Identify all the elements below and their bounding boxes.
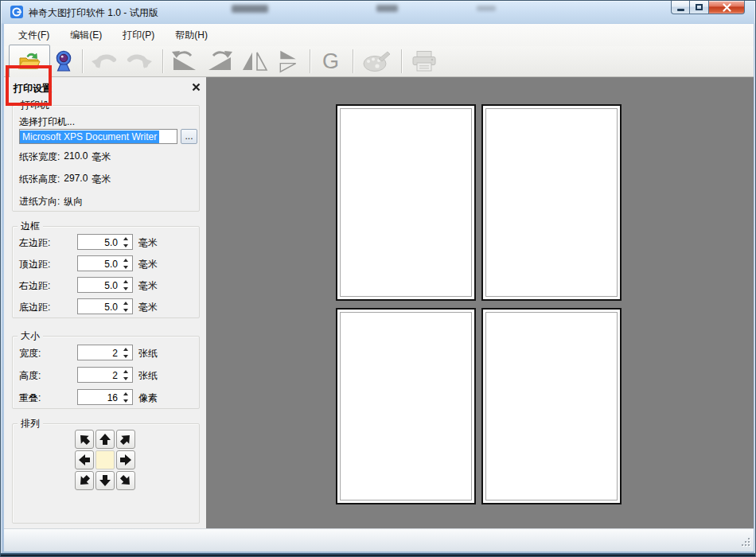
arrange-right-button[interactable] xyxy=(116,450,135,469)
redo-button[interactable] xyxy=(123,47,156,76)
spin-up-button[interactable] xyxy=(120,390,131,397)
print-button[interactable] xyxy=(407,47,442,76)
spin-down-button[interactable] xyxy=(120,306,131,314)
spin-down-button[interactable] xyxy=(120,375,131,382)
spin-down-button[interactable] xyxy=(120,263,131,271)
arrange-down-left-button[interactable] xyxy=(75,471,94,490)
arrow-up-icon xyxy=(99,433,111,446)
top-margin-input[interactable]: 5.0 xyxy=(77,255,133,271)
menu-help[interactable]: 帮助(H) xyxy=(167,25,216,45)
arrange-up-right-button[interactable] xyxy=(116,430,135,449)
folder-open-icon xyxy=(18,51,41,72)
spin-down-button[interactable] xyxy=(120,242,131,249)
browse-printer-button[interactable]: ... xyxy=(181,129,197,144)
arrange-up-button[interactable] xyxy=(95,430,115,449)
printer-icon xyxy=(410,50,438,72)
size-group: 大小 宽度: 2 张纸 高度: 2 xyxy=(12,336,200,409)
arrange-center-cell xyxy=(95,450,115,469)
paper-height-line: 纸张高度: 297.0 毫米 xyxy=(19,173,111,186)
arrange-down-button[interactable] xyxy=(95,471,115,490)
height-value: 2 xyxy=(112,370,118,381)
window-title: 神奇大图打印软件 1.0 - 试用版 xyxy=(29,6,158,20)
arrange-group-title: 排列 xyxy=(18,418,43,429)
height-row: 高度: 2 张纸 xyxy=(13,367,199,383)
watermark-smudge xyxy=(477,6,496,11)
spin-up-button[interactable] xyxy=(120,278,131,285)
main-area: 打印设置 打印机 选择打印机... Microsoft XPS Document… xyxy=(4,77,754,528)
paper-width-line: 纸张宽度: 210.0 毫米 xyxy=(19,150,111,164)
bottom-margin-input[interactable]: 5.0 xyxy=(77,298,133,314)
printer-group-title: 打印机 xyxy=(18,99,53,111)
printer-name-field[interactable]: Microsoft XPS Document Writer xyxy=(19,129,177,144)
spin-up-button[interactable] xyxy=(120,345,131,353)
arrange-up-left-button[interactable] xyxy=(75,430,94,449)
left-margin-value: 5.0 xyxy=(104,237,118,248)
undo-button[interactable] xyxy=(88,47,121,76)
spin-down-button[interactable] xyxy=(120,285,131,292)
overlap-unit: 像素 xyxy=(138,391,158,405)
height-unit: 张纸 xyxy=(138,369,158,383)
preview-page-1 xyxy=(336,104,476,301)
arrow-left-icon xyxy=(78,454,91,466)
arrange-down-right-button[interactable] xyxy=(116,471,135,490)
arrow-right-icon xyxy=(119,454,132,466)
close-button[interactable] xyxy=(709,1,745,14)
preview-canvas[interactable] xyxy=(206,77,754,528)
webcam-icon xyxy=(55,50,72,72)
top-margin-label: 顶边距: xyxy=(19,258,50,271)
grayscale-button[interactable]: G xyxy=(315,47,346,76)
paper-width-label: 纸张宽度: xyxy=(19,150,60,164)
spin-down-button[interactable] xyxy=(120,397,131,404)
preview-page-4 xyxy=(481,308,622,504)
titlebar[interactable]: 神奇大图打印软件 1.0 - 试用版 xyxy=(1,1,755,24)
print-settings-panel: 打印设置 打印机 选择打印机... Microsoft XPS Document… xyxy=(4,77,206,528)
left-margin-input[interactable]: 5.0 xyxy=(77,234,133,250)
width-label: 宽度: xyxy=(19,347,41,360)
top-margin-value: 5.0 xyxy=(104,259,118,270)
spin-up-button[interactable] xyxy=(120,256,131,263)
width-value: 2 xyxy=(112,348,118,359)
panel-close-button[interactable] xyxy=(192,83,201,92)
height-input[interactable]: 2 xyxy=(77,367,133,383)
flip-vertical-button[interactable] xyxy=(273,47,303,76)
spin-down-button[interactable] xyxy=(120,353,131,360)
overlap-input[interactable]: 16 xyxy=(77,389,133,405)
toolbar-separator xyxy=(310,49,310,73)
paper-width-unit: 毫米 xyxy=(92,150,111,164)
right-margin-value: 5.0 xyxy=(104,280,118,291)
menu-print[interactable]: 打印(P) xyxy=(115,25,162,45)
spin-up-button[interactable] xyxy=(120,368,131,375)
arrow-down-icon xyxy=(99,474,111,487)
width-input[interactable]: 2 xyxy=(77,345,133,360)
flip-horizontal-button[interactable] xyxy=(238,47,271,76)
menu-file[interactable]: 文件(F) xyxy=(10,25,57,45)
undo-arrow-icon xyxy=(91,50,118,72)
arrange-group: 排列 xyxy=(12,423,200,524)
maximize-button[interactable] xyxy=(690,1,709,14)
minimize-button[interactable] xyxy=(671,1,690,14)
arrange-grid xyxy=(75,430,135,490)
window-controls xyxy=(671,1,745,14)
menu-edit[interactable]: 编辑(E) xyxy=(62,25,110,45)
rotate-left-button[interactable] xyxy=(168,47,201,76)
overlap-label: 重叠: xyxy=(19,391,41,405)
redo-arrow-icon xyxy=(126,50,153,72)
spin-up-button[interactable] xyxy=(120,235,131,242)
color-palette-button[interactable] xyxy=(358,47,395,76)
resize-grip[interactable] xyxy=(740,538,750,547)
palette-icon xyxy=(361,50,392,72)
rotate-right-icon xyxy=(206,50,233,72)
flip-horizontal-icon xyxy=(241,51,268,72)
margins-group: 边框 左边距: 5.0 毫米 顶边距: 5.0 xyxy=(12,226,200,318)
right-margin-input[interactable]: 5.0 xyxy=(77,277,133,293)
flip-vertical-icon xyxy=(276,49,300,73)
top-margin-unit: 毫米 xyxy=(138,258,158,271)
open-image-button[interactable] xyxy=(9,45,50,78)
size-group-title: 大小 xyxy=(18,330,43,341)
letter-g-icon: G xyxy=(318,51,343,72)
spin-up-button[interactable] xyxy=(120,299,131,306)
width-row: 宽度: 2 张纸 xyxy=(13,345,199,360)
rotate-right-button[interactable] xyxy=(203,47,236,76)
preview-button[interactable] xyxy=(52,47,76,76)
arrange-left-button[interactable] xyxy=(75,450,94,469)
